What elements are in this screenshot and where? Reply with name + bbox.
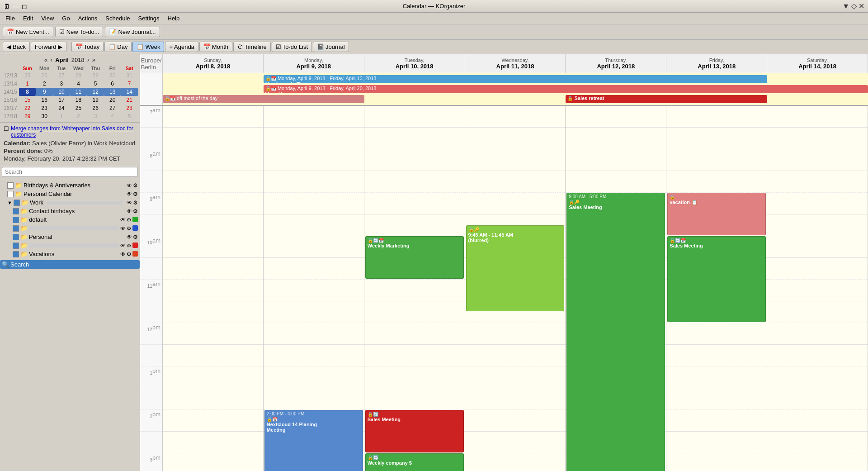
calendar-day[interactable]: 5: [87, 80, 104, 88]
gear-icon9[interactable]: ⚙: [127, 251, 132, 257]
gear-icon5[interactable]: ⚙: [127, 217, 132, 223]
event-block[interactable]: 🔒🔄Weekly company $: [365, 453, 464, 471]
mini-cal-next-year[interactable]: »: [92, 56, 95, 63]
calendar-day[interactable]: 28: [70, 71, 87, 80]
calendar-day[interactable]: 1: [19, 80, 36, 88]
todolist-button[interactable]: ☑ To-do List: [272, 42, 312, 52]
today-button[interactable]: 📅 Today: [71, 42, 104, 52]
menu-edit[interactable]: Edit: [19, 14, 37, 23]
day-header-5[interactable]: Friday, April 13, 2018: [666, 54, 767, 73]
gear-icon6[interactable]: ⚙: [127, 225, 132, 232]
checkbox-blurred1[interactable]: [13, 225, 19, 232]
day-col-2[interactable]: 🔒🔄📅Weekly Marketing🔒🔄Sales Meeting🔒🔄Week…: [364, 106, 465, 471]
time-grid[interactable]: 7am8am9am10am11am12pm1pm2pm3pm4pm5pm6pm7…: [140, 106, 868, 471]
journal-button[interactable]: 📓 Journal: [313, 42, 349, 52]
checkbox-work[interactable]: [14, 200, 20, 206]
search-input[interactable]: [2, 167, 138, 177]
title-minimize[interactable]: ▼: [842, 2, 849, 10]
restore-btn[interactable]: ◻: [22, 3, 27, 10]
title-close[interactable]: ✕: [859, 2, 864, 10]
back-button[interactable]: ◀ Back: [3, 42, 30, 52]
day-header-3[interactable]: Wednesday, April 11, 2018: [465, 54, 566, 73]
menu-view[interactable]: View: [38, 14, 57, 23]
new-journal-button[interactable]: 📝 New Journal...: [105, 27, 160, 37]
allday-event-salesretreat[interactable]: 🔒 Sales retreat: [566, 95, 767, 103]
calendar-day[interactable]: 28: [121, 104, 138, 112]
calendar-day[interactable]: 2: [36, 80, 53, 88]
allday-event-hackweek[interactable]: 🔒📅 Monday, April 9, 2018 - Friday, April…: [264, 75, 767, 83]
gear-icon7[interactable]: ⚙: [133, 234, 138, 240]
event-block[interactable]: 🔒vacation 📋: [667, 193, 766, 235]
menu-help[interactable]: Help: [164, 14, 184, 23]
calendar-day[interactable]: 18: [70, 96, 87, 104]
gear-icon4[interactable]: ⚙: [133, 208, 138, 214]
calendar-day[interactable]: 29: [19, 112, 36, 120]
eye-icon7[interactable]: 👁: [127, 234, 132, 240]
day-col-4[interactable]: 9:00 AM - 5:00 PM🔒🔑Sales Meeting: [566, 106, 666, 471]
expand-work[interactable]: ▼: [7, 200, 12, 205]
checkbox-contact[interactable]: [13, 208, 19, 214]
day-col-3[interactable]: 🔒🔑9:45 AM - 11:45 AM(blurred): [465, 106, 566, 471]
day-col-0[interactable]: [163, 106, 264, 471]
day-col-5[interactable]: 🔒vacation 📋🔒🔄📅Sales Meeting: [666, 106, 767, 471]
new-event-button[interactable]: 📅 New Event...: [3, 27, 53, 37]
calendar-day[interactable]: 23: [36, 104, 53, 112]
list-item[interactable]: 📁 👁 ⚙: [0, 224, 140, 233]
checkbox-personal2[interactable]: [13, 234, 19, 240]
calendar-day[interactable]: 6: [104, 80, 121, 88]
calendar-day[interactable]: 11: [70, 88, 87, 96]
calendar-day[interactable]: 29: [87, 71, 104, 80]
week-button[interactable]: 📋 Week: [132, 42, 164, 52]
calendar-day[interactable]: 26: [36, 71, 53, 80]
calendar-day[interactable]: 21: [121, 96, 138, 104]
day-col-1[interactable]: 2:00 PM - 4:00 PM🔒📅Nextcloud 14 PlaningM…: [264, 106, 364, 471]
eye-icon2[interactable]: 👁: [127, 191, 132, 197]
calendar-day[interactable]: 24: [53, 104, 70, 112]
menu-schedule[interactable]: Schedule: [102, 14, 133, 23]
title-restore[interactable]: ◇: [851, 2, 857, 10]
eye-icon8[interactable]: 👁: [120, 243, 126, 249]
eye-icon3[interactable]: 👁: [127, 200, 132, 206]
calendar-day[interactable]: 4: [104, 112, 121, 120]
calendar-day[interactable]: 27: [104, 104, 121, 112]
checkbox-blurred2[interactable]: [13, 243, 19, 249]
calendar-day[interactable]: 26: [87, 104, 104, 112]
day-header-6[interactable]: Saturday, April 14, 2018: [767, 54, 868, 73]
menu-go[interactable]: Go: [58, 14, 73, 23]
allday-event-off[interactable]: 🔒📅 off most of the day: [163, 95, 364, 103]
gear-icon2[interactable]: ⚙: [133, 191, 138, 197]
calendar-day[interactable]: 2: [70, 112, 87, 120]
eye-icon4[interactable]: 👁: [127, 208, 132, 214]
eye-icon6[interactable]: 👁: [120, 225, 126, 232]
list-item[interactable]: 📁 👁 ⚙: [0, 241, 140, 250]
todo-title-link[interactable]: Merge changes from Whitepaper into Sales…: [11, 125, 136, 138]
timeline-button[interactable]: ⏱ Timeline: [233, 42, 271, 52]
menu-settings[interactable]: Settings: [135, 14, 163, 23]
checkbox-personal-cal[interactable]: [7, 191, 14, 197]
list-item[interactable]: 📁 Personal Calendar 👁 ⚙: [0, 190, 140, 198]
list-item[interactable]: ▼ 📁 Work 👁 ⚙: [0, 198, 140, 207]
list-item[interactable]: 📁 Birthdays & Anniversaries 👁 ⚙: [0, 181, 140, 190]
calendar-day[interactable]: 17: [53, 96, 70, 104]
mini-cal-prev-month[interactable]: ‹: [51, 56, 53, 63]
event-block[interactable]: 🔒🔄📅Sales Meeting: [667, 236, 766, 322]
mini-cal-prev-year[interactable]: «: [44, 56, 48, 63]
calendar-day[interactable]: 3: [87, 112, 104, 120]
new-todo-button[interactable]: ☑ New To-do...: [55, 27, 104, 37]
day-button[interactable]: 📋 Day: [104, 42, 132, 52]
allday-event-vacation[interactable]: 🔒📅 Monday, April 9, 2018 - Friday, April…: [264, 85, 868, 93]
day-header-1[interactable]: Monday, April 9, 2018: [264, 54, 364, 73]
calendar-day[interactable]: 25: [19, 71, 36, 80]
calendar-day[interactable]: 1: [53, 112, 70, 120]
calendar-day[interactable]: 3: [53, 80, 70, 88]
search-sidebar-item[interactable]: 🔍 Search: [0, 260, 140, 269]
calendar-day[interactable]: 7: [121, 80, 138, 88]
calendar-day[interactable]: 13: [104, 88, 121, 96]
eye-icon5[interactable]: 👁: [120, 217, 126, 223]
calendar-day[interactable]: 10: [53, 88, 70, 96]
mini-cal-next-month[interactable]: ›: [87, 56, 90, 63]
checkbox-vacations[interactable]: [13, 251, 19, 257]
day-header-0[interactable]: Sunday, April 8, 2018: [163, 54, 264, 73]
eye-icon[interactable]: 👁: [127, 182, 132, 189]
calendar-day[interactable]: 20: [104, 96, 121, 104]
